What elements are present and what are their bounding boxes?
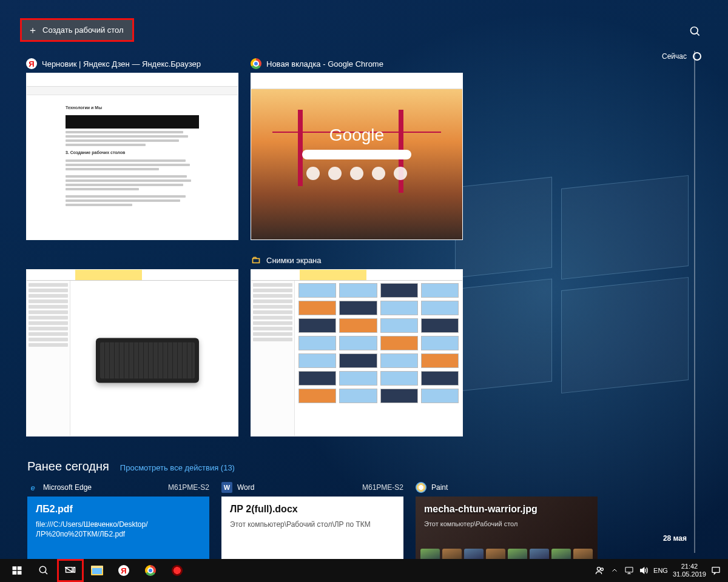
new-desktop-button[interactable]: ＋ Создать рабочий стол — [20, 18, 134, 42]
activity-card-word: W Word M61PME-S2 ЛР 2(full).docx Этот ко… — [221, 482, 403, 568]
tray-chevron-up-icon[interactable] — [610, 566, 619, 575]
file-explorer-icon — [91, 566, 103, 575]
search-icon — [38, 565, 49, 576]
yandex-browser-icon: Я — [26, 58, 37, 69]
window-thumbnail[interactable]: Google — [251, 73, 463, 240]
chrome-icon — [145, 565, 156, 576]
activity-open[interactable]: ЛР 2(full).docx Этот компьютер\Рабочий с… — [221, 497, 403, 568]
folder-icon: 🗀 — [251, 255, 261, 266]
people-icon[interactable] — [595, 566, 605, 575]
activity-app: Microsoft Edge — [43, 483, 92, 492]
svg-rect-17 — [712, 567, 720, 573]
taskbar-app-recorder[interactable] — [164, 559, 190, 582]
svg-point-12 — [601, 568, 603, 570]
earlier-heading: Ранее сегодня — [27, 460, 109, 473]
yandex-browser-icon: Я — [118, 565, 129, 576]
network-icon[interactable] — [624, 566, 634, 575]
activity-source: M61PME-S2 — [362, 483, 403, 492]
activity-title: ЛР 2(full).docx — [230, 504, 395, 515]
activity-card-paint: Paint mecha-chtun-warrior.jpg Этот компь… — [416, 482, 598, 568]
taskbar-app-explorer[interactable] — [84, 559, 110, 582]
search-icon — [689, 25, 701, 38]
view-all-activities-link[interactable]: Просмотреть все действия (13) — [120, 463, 235, 472]
svg-line-7 — [45, 572, 47, 574]
window-explorer-2: 🗀 Снимки экрана — [251, 255, 463, 436]
svg-point-6 — [39, 566, 46, 573]
window-chrome: Новая вкладка - Google Chrome Google — [251, 58, 463, 240]
wallpaper-pane — [561, 277, 689, 393]
chrome-icon — [251, 58, 261, 69]
svg-rect-3 — [18, 566, 22, 570]
window-title: Новая вкладка - Google Chrome — [266, 59, 383, 69]
wallpaper-pane — [561, 175, 689, 279]
svg-marker-16 — [641, 567, 644, 573]
new-desktop-label: Создать рабочий стол — [42, 25, 124, 35]
activity-sub: file:///C:/Users/Шевченко/Desktop/ЛР%20п… — [36, 520, 201, 539]
wallpaper-pane — [455, 177, 552, 278]
window-explorer-1 — [26, 255, 238, 436]
google-logo-text: Google — [251, 125, 462, 145]
timeline-rail[interactable] — [694, 51, 695, 553]
svg-line-1 — [697, 33, 699, 36]
activity-card-edge: e Microsoft Edge M61PME-S2 ЛБ2.pdf file:… — [27, 482, 209, 568]
task-view-button[interactable] — [57, 559, 84, 582]
windows-icon — [12, 565, 22, 576]
window-thumbnail[interactable] — [251, 269, 463, 436]
activity-sub: Этот компьютер\Рабочий стол\ЛР по ТКМ — [230, 520, 395, 529]
window-thumbnail[interactable] — [26, 269, 238, 436]
activity-open[interactable]: ЛБ2.pdf file:///C:/Users/Шевченко/Deskto… — [27, 497, 209, 568]
word-icon: W — [221, 482, 232, 493]
taskbar-app-yandex[interactable]: Я — [110, 559, 137, 582]
taskbar: Я ENG 21:42 31.05.2019 — [0, 559, 728, 582]
paint-icon — [416, 482, 426, 493]
wallpaper-pane — [454, 278, 552, 392]
taskbar-time: 21:42 — [673, 563, 706, 570]
action-center-icon[interactable] — [711, 566, 721, 575]
window-thumbnail[interactable]: Технологии и Мы 3. Создание рабочих стол… — [26, 73, 238, 240]
timeline-past-label: 28 мая — [663, 534, 687, 543]
svg-point-0 — [691, 27, 698, 35]
timeline-now-label: Сейчас — [662, 52, 687, 61]
activity-title: mecha-chtun-warrior.jpg — [424, 504, 589, 515]
system-tray: ENG 21:42 31.05.2019 — [592, 563, 724, 578]
timeline-now-marker — [693, 52, 701, 61]
svg-rect-2 — [13, 566, 17, 570]
language-indicator[interactable]: ENG — [653, 567, 668, 574]
activity-app: Word — [237, 483, 254, 492]
svg-rect-4 — [13, 571, 17, 575]
thumb-heading: Технологии и Мы — [66, 105, 199, 112]
task-view-icon — [65, 565, 76, 576]
window-yandex-browser: Я Черновик | Яндекс Дзен — Яндекс.Браузе… — [26, 58, 238, 240]
activity-sub: Этот компьютер\Рабочий стол — [424, 520, 589, 529]
thumb-heading: 3. Создание рабочих столов — [66, 150, 199, 156]
svg-rect-10 — [73, 567, 75, 572]
taskbar-date: 31.05.2019 — [673, 570, 706, 578]
task-view-windows: Я Черновик | Яндекс Дзен — Яндекс.Браузе… — [26, 58, 463, 436]
record-icon — [172, 565, 183, 576]
timeline-search-button[interactable] — [689, 25, 701, 40]
svg-point-11 — [597, 567, 600, 570]
taskbar-clock[interactable]: 21:42 31.05.2019 — [673, 563, 706, 578]
window-title: Черновик | Яндекс Дзен — Яндекс.Браузер — [42, 59, 201, 69]
edge-icon: e — [27, 482, 38, 493]
taskbar-app-chrome[interactable] — [137, 559, 164, 582]
timeline-earlier-section: Ранее сегодня Просмотреть все действия (… — [27, 460, 601, 568]
svg-rect-13 — [625, 567, 633, 572]
taskbar-search-button[interactable] — [30, 559, 57, 582]
activity-open[interactable]: mecha-chtun-warrior.jpg Этот компьютер\Р… — [416, 497, 598, 568]
window-title: Снимки экрана — [266, 256, 322, 265]
activity-source: M61PME-S2 — [168, 483, 209, 492]
svg-rect-5 — [18, 571, 22, 575]
activity-title: ЛБ2.pdf — [36, 504, 201, 515]
activity-app: Paint — [431, 483, 448, 492]
volume-icon[interactable] — [639, 566, 649, 575]
start-button[interactable] — [4, 559, 30, 582]
